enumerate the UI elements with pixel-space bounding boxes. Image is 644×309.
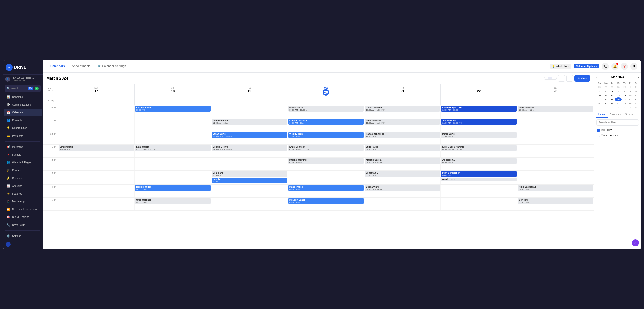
mini-cal-day[interactable]: 18 — [602, 97, 609, 101]
user-info[interactable]: 👤 NLA-000131 - Ross ... Columbus, OH — [3, 75, 43, 84]
tab-groups[interactable]: Groups — [623, 112, 635, 118]
cell-tue-12[interactable]: Ethan Davis 12:00 PM – 12:30 PM — [211, 131, 288, 144]
event-deena-white[interactable]: Deena White 04:00 PM – 04:30... — [365, 185, 440, 191]
event-jodi-johnson[interactable]: Jodi Johnson 10:30 AM – 11... — [518, 106, 593, 112]
day-header-thu[interactable]: Thu 21 — [364, 84, 440, 98]
event-chloe-anderson[interactable]: Chloe Anderson 10:00 AM – 10:30 AM — [365, 106, 440, 112]
event-weekly-team[interactable]: Weekly Team 12:00 PM – ... — [288, 132, 364, 138]
mini-cal-day[interactable]: 6 — [615, 89, 622, 93]
cell-sun-11[interactable] — [58, 118, 134, 131]
event-jonathan[interactable]: Jonathan ... 03:00 PM – ... — [365, 171, 440, 177]
event-miller-bill[interactable]: Miller, Bill & Annette 01:00 PM – 01:30 … — [441, 145, 516, 151]
sidebar-collapse[interactable]: ‹ — [3, 240, 43, 249]
cell-fri-12[interactable]: Katie Davis 12:00 PM – ... — [440, 131, 517, 144]
tab-users[interactable]: Users — [596, 112, 608, 118]
mini-cal-day[interactable]: 2 — [609, 105, 615, 109]
event-ava-robinson[interactable]: Ava Robinson 11:00 AM – 12:... — [212, 119, 287, 125]
cell-sun-10[interactable] — [58, 105, 134, 118]
event-ken-sarah[interactable]: Ken and Sarah H 10:30 AM – 11... — [288, 119, 364, 125]
cell-tue-2[interactable] — [211, 158, 288, 170]
mini-cal-day[interactable]: 25 — [602, 101, 609, 105]
sidebar-item-courses[interactable]: 🎓 Courses — [4, 167, 42, 174]
mini-cal-day[interactable]: 1 — [602, 105, 609, 109]
tab-calendars[interactable]: Calendars — [47, 62, 68, 70]
cell-sun-12[interactable] — [58, 131, 134, 144]
user-sarah-johnson[interactable]: Sarah Johnson — [596, 133, 639, 138]
cell-thu-4[interactable]: Deena White 04:00 PM – 04:30... — [364, 185, 440, 197]
event-internal-meeting[interactable]: Internal Meeting 02:00 PM – 02:30... — [288, 158, 364, 164]
help-icon[interactable]: ❓ — [621, 63, 628, 70]
tab-calendars-filter[interactable]: Calendars — [608, 112, 623, 118]
cell-mon-1[interactable]: Liam Garcia 01:00 PM – 01:30 PM — [134, 145, 211, 157]
cell-sat-5[interactable]: Concert 05:00 PM – ... — [517, 198, 594, 210]
mini-cal-day[interactable]: 26 — [609, 101, 615, 105]
mini-cal-day[interactable]: 6 — [633, 105, 639, 109]
cell-sat-2[interactable] — [517, 158, 594, 170]
view-week-btn[interactable] — [548, 77, 552, 79]
day-header-sun[interactable]: Sun 17 — [58, 84, 134, 98]
mini-cal-day[interactable]: 30 — [633, 101, 639, 105]
view-day-btn[interactable] — [544, 77, 548, 79]
event-concert[interactable]: Concert 05:00 PM – ... — [518, 198, 593, 204]
cell-wed-10[interactable]: Donna Perry 09:30 AM – 10:00 ... — [288, 105, 364, 118]
mini-cal-prev[interactable]: ‹ — [596, 75, 598, 79]
mini-cal-day[interactable]: 24 — [596, 101, 602, 105]
cal-prev-btn[interactable]: ‹ — [558, 75, 565, 82]
cell-wed-2[interactable]: Internal Meeting 02:00 PM – 02:30... — [288, 158, 364, 170]
mini-cal-day[interactable]: 29 — [622, 85, 627, 89]
cell-thu-10[interactable]: Chloe Anderson 10:00 AM – 10:30 AM — [364, 105, 440, 118]
view-month-btn[interactable] — [552, 77, 556, 79]
cell-fri-5[interactable] — [440, 198, 517, 210]
mini-cal-day[interactable]: 1 — [628, 85, 633, 89]
event-full-team[interactable]: Full Team Mee... 09:30 AM – ... — [135, 106, 210, 112]
search-add[interactable]: + — [35, 87, 39, 90]
event-jeff-mcnally[interactable]: Jeff McNally 11:00 AM – 11:30 AM — [441, 119, 516, 125]
cell-thu-3[interactable]: Jonathan ... 03:00 PM – ... — [364, 171, 440, 184]
mini-cal-day[interactable]: 17 — [596, 97, 602, 101]
cell-sat-4[interactable]: Kids Basketball 04:00 PM – ... — [517, 185, 594, 197]
mini-cal-day[interactable]: 25 — [596, 85, 602, 89]
cell-mon-11[interactable] — [134, 118, 211, 131]
event-liam-garcia[interactable]: Liam Garcia 01:00 PM – 01:30 PM — [135, 145, 210, 151]
whats-new-button[interactable]: 💡 What's New — [550, 64, 571, 69]
event-isabelle-miller[interactable]: Isabelle Miller 04:00 PM – ... — [135, 185, 210, 191]
day-header-wed[interactable]: Wed 20 — [288, 84, 364, 98]
cell-sat-1[interactable] — [517, 145, 594, 157]
mini-cal-day[interactable]: 27 — [615, 101, 622, 105]
mini-cal-day[interactable]: 8 — [628, 89, 633, 93]
cell-mon-12[interactable] — [134, 131, 211, 144]
cell-sat-11[interactable] — [517, 118, 594, 131]
cell-thu-1[interactable]: Julie Harris 01:00 PM – ... — [364, 145, 440, 157]
cell-fri-4[interactable] — [440, 185, 517, 197]
notifications-icon[interactable]: 🔔 — [611, 63, 618, 70]
cell-tue-11[interactable]: Ava Robinson 11:00 AM – 12:... — [211, 118, 288, 131]
user-checkbox-sarah[interactable] — [597, 134, 600, 137]
sidebar-item-communications[interactable]: 💬 Communications — [4, 101, 42, 108]
cal-next-btn[interactable]: › — [566, 75, 573, 82]
mini-cal-day[interactable]: 2 — [633, 85, 639, 89]
mini-cal-day[interactable]: 4 — [602, 89, 609, 93]
sidebar-item-calendars[interactable]: 📅 Calendars — [4, 109, 42, 116]
event-marcus-garcia[interactable]: Marcus Garcia 02:00 PM – 02:30... — [365, 158, 440, 164]
cell-wed-1[interactable]: Emily Johnson 01:00 PM – 01:30 PM — [288, 145, 364, 157]
cell-sat-10[interactable]: Jodi Johnson 10:30 AM – 11... — [517, 105, 594, 118]
event-plan-completion[interactable]: Plan Completion 03:45 PM — [441, 171, 516, 177]
mini-cal-day[interactable]: 5 — [628, 105, 633, 109]
sidebar-item-payments[interactable]: 💳 Payments — [4, 132, 42, 140]
cell-thu-2[interactable]: Marcus Garcia 02:00 PM – 02:30... — [364, 158, 440, 170]
cell-sun-5[interactable] — [58, 198, 134, 210]
cell-sun-3[interactable] — [58, 171, 134, 184]
user-search-input[interactable] — [596, 119, 639, 126]
mini-cal-day[interactable]: 4 — [622, 105, 627, 109]
mini-cal-day[interactable]: 12 — [609, 93, 615, 97]
sidebar-item-nextlevel[interactable]: ⏩ Next Level On Demand — [4, 206, 42, 213]
cell-wed-3[interactable] — [288, 171, 364, 184]
user-bill-smith[interactable]: ✓ Bill Smith — [596, 128, 639, 133]
event-small-group[interactable]: Small Group 01:00 PM – ... — [59, 145, 134, 151]
cell-wed-5[interactable]: McNally, Janet 05:00 PM – ... — [288, 198, 364, 210]
tab-calendar-settings[interactable]: ⚙️ Calendar Settings — [94, 62, 129, 70]
sidebar-item-contacts[interactable]: 👥 Contacts — [4, 117, 42, 124]
day-header-tue[interactable]: Tue 19 — [211, 84, 288, 98]
sidebar-item-settings[interactable]: ⚙️ Settings — [4, 232, 42, 240]
sidebar-item-drive-training[interactable]: 🎯 DRIVE Training — [4, 213, 42, 221]
